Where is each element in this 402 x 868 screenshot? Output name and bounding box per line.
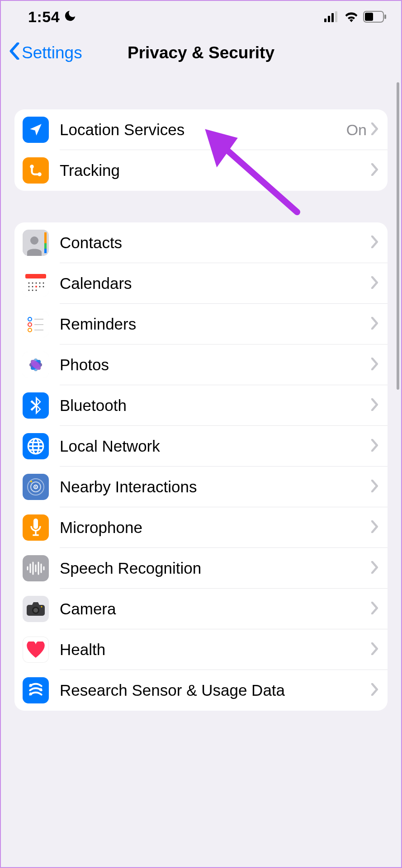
chevron-right-icon — [371, 236, 378, 250]
row-label: Camera — [60, 600, 371, 618]
row-label: Local Network — [60, 437, 371, 455]
row-label: Tracking — [60, 161, 371, 179]
svg-point-18 — [36, 283, 37, 284]
svg-rect-2 — [331, 13, 334, 22]
svg-point-70 — [39, 688, 42, 691]
row-label: Speech Recognition — [60, 559, 371, 577]
row-label: Photos — [60, 356, 371, 374]
contacts-icon — [23, 230, 49, 256]
svg-point-54 — [30, 481, 32, 482]
row-camera[interactable]: Camera — [14, 589, 388, 629]
svg-point-20 — [43, 283, 44, 284]
svg-point-22 — [32, 286, 33, 288]
svg-point-27 — [36, 290, 37, 291]
chevron-left-icon — [9, 42, 20, 64]
settings-group-location: Location Services On Tracking — [14, 109, 388, 191]
status-right — [324, 11, 387, 23]
do-not-disturb-icon — [63, 9, 77, 24]
chevron-right-icon — [371, 358, 378, 372]
svg-point-19 — [39, 283, 41, 284]
svg-point-28 — [35, 286, 37, 288]
row-health[interactable]: Health — [14, 629, 388, 670]
svg-point-67 — [33, 608, 38, 613]
svg-rect-6 — [384, 14, 386, 19]
back-button[interactable]: Settings — [1, 42, 82, 64]
row-microphone[interactable]: Microphone — [14, 507, 388, 548]
settings-group-apps: Contacts Calendars Reminders Photos — [14, 222, 388, 711]
row-contacts[interactable]: Contacts — [14, 222, 388, 263]
bluetooth-icon — [23, 392, 49, 419]
svg-point-25 — [28, 290, 30, 291]
svg-point-24 — [43, 286, 44, 288]
chevron-right-icon — [371, 439, 378, 453]
row-label: Calendars — [60, 274, 371, 292]
chevron-right-icon — [371, 520, 378, 535]
svg-point-71 — [29, 693, 32, 695]
row-value: On — [346, 121, 367, 139]
calendar-icon — [23, 270, 49, 297]
chevron-right-icon — [371, 683, 378, 698]
chevron-right-icon — [371, 123, 378, 137]
svg-rect-0 — [324, 19, 326, 22]
camera-icon — [23, 596, 49, 622]
row-nearby-interactions[interactable]: Nearby Interactions — [14, 467, 388, 507]
svg-point-23 — [39, 286, 41, 288]
row-label: Research Sensor & Usage Data — [60, 681, 371, 699]
battery-icon — [363, 11, 387, 23]
svg-rect-3 — [335, 11, 337, 22]
row-label: Bluetooth — [60, 396, 371, 415]
row-reminders[interactable]: Reminders — [14, 304, 388, 344]
row-label: Health — [60, 641, 371, 659]
scrollbar[interactable] — [397, 82, 399, 390]
chevron-right-icon — [371, 642, 378, 657]
research-icon — [23, 677, 49, 703]
microphone-icon — [23, 514, 49, 541]
photos-icon — [23, 352, 49, 378]
row-speech-recognition[interactable]: Speech Recognition — [14, 548, 388, 589]
row-label: Nearby Interactions — [60, 478, 371, 496]
tracking-icon — [23, 157, 49, 184]
svg-point-16 — [28, 283, 30, 284]
row-tracking[interactable]: Tracking — [14, 150, 388, 191]
row-label: Location Services — [60, 121, 346, 139]
back-label: Settings — [22, 43, 82, 62]
chevron-right-icon — [371, 276, 378, 291]
svg-point-26 — [32, 290, 33, 291]
wifi-icon — [344, 11, 359, 22]
chevron-right-icon — [371, 398, 378, 413]
chevron-right-icon — [371, 317, 378, 331]
nav-bar: Settings Privacy & Security — [1, 33, 401, 73]
row-local-network[interactable]: Local Network — [14, 426, 388, 467]
heart-icon — [23, 637, 49, 663]
row-label: Microphone — [60, 519, 371, 537]
svg-point-10 — [30, 236, 38, 245]
row-photos[interactable]: Photos — [14, 344, 388, 385]
chevron-right-icon — [371, 602, 378, 616]
row-research-sensor[interactable]: Research Sensor & Usage Data — [14, 670, 388, 711]
reminders-icon — [23, 311, 49, 337]
svg-rect-1 — [328, 16, 330, 22]
svg-rect-15 — [25, 274, 46, 278]
row-calendars[interactable]: Calendars — [14, 263, 388, 304]
status-time: 1:54 — [28, 8, 60, 26]
location-arrow-icon — [23, 117, 49, 143]
chevron-right-icon — [371, 163, 378, 178]
chevron-right-icon — [371, 561, 378, 576]
row-label: Contacts — [60, 234, 371, 252]
nearby-icon — [23, 474, 49, 500]
svg-point-69 — [29, 684, 32, 687]
svg-point-21 — [28, 286, 30, 288]
svg-point-53 — [35, 486, 37, 488]
cellular-icon — [324, 11, 340, 22]
chevron-right-icon — [371, 480, 378, 494]
row-location-services[interactable]: Location Services On — [14, 109, 388, 150]
svg-rect-5 — [365, 13, 373, 21]
svg-rect-55 — [33, 519, 38, 529]
waveform-icon — [23, 555, 49, 581]
svg-point-17 — [32, 283, 33, 284]
status-bar: 1:54 — [1, 1, 401, 33]
svg-point-68 — [41, 606, 43, 608]
row-bluetooth[interactable]: Bluetooth — [14, 385, 388, 426]
svg-rect-13 — [44, 249, 47, 253]
row-label: Reminders — [60, 315, 371, 333]
